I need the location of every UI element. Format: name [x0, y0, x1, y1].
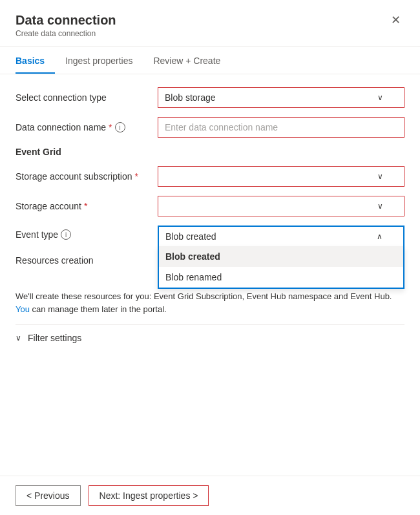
event-type-label: Event type i: [16, 226, 158, 240]
tab-bar: Basics Ingest properties Review + Create: [0, 49, 420, 74]
connection-type-control: Blob storage ∨: [158, 87, 404, 108]
info-text-part2: can manage them later in the portal.: [32, 304, 167, 314]
filter-settings-row[interactable]: ∨ Filter settings: [16, 324, 404, 351]
storage-account-row: Storage account * ∨: [16, 196, 404, 216]
storage-account-select[interactable]: ∨: [158, 196, 404, 216]
event-type-dropdown-list: Blob created Blob renamed: [158, 246, 404, 289]
connection-type-select[interactable]: Blob storage ∨: [158, 87, 404, 108]
required-indicator: *: [109, 122, 112, 132]
connection-type-value: Blob storage: [165, 92, 216, 103]
info-text-part1: We'll create these resources for you: Ev…: [16, 291, 392, 301]
storage-sub-required: *: [135, 171, 138, 182]
storage-account-label: Storage account *: [16, 201, 158, 211]
storage-subscription-row: Storage account subscription * ∨: [16, 166, 404, 187]
filter-chevron-icon: ∨: [16, 333, 21, 342]
tab-ingest-properties[interactable]: Ingest properties: [65, 49, 143, 74]
info-text-link[interactable]: You: [16, 304, 30, 314]
connection-name-info-icon[interactable]: i: [115, 122, 125, 132]
dialog-footer: < Previous Next: Ingest properties >: [0, 476, 420, 515]
connection-name-control: [158, 117, 404, 138]
next-button[interactable]: Next: Ingest properties >: [89, 485, 209, 506]
event-type-control: Blob created ∧ Blob created Blob renamed: [158, 226, 404, 246]
event-grid-title: Event Grid: [16, 147, 404, 157]
storage-subscription-chevron-icon: ∨: [377, 172, 383, 181]
data-connection-dialog: Data connection Create data connection ✕…: [0, 0, 420, 515]
event-type-chevron-up-icon: ∧: [377, 232, 383, 241]
connection-name-input[interactable]: [158, 117, 404, 138]
tab-review-create[interactable]: Review + Create: [153, 49, 231, 74]
connection-type-chevron-icon: ∨: [377, 93, 383, 102]
close-button[interactable]: ✕: [387, 13, 404, 27]
dialog-title: Data connection: [16, 13, 116, 28]
storage-subscription-control: ∨: [158, 166, 404, 187]
previous-button[interactable]: < Previous: [16, 485, 81, 506]
resources-creation-label: Resources creation: [16, 255, 158, 266]
event-type-dropdown-wrapper: Blob created ∧ Blob created Blob renamed: [158, 226, 404, 246]
storage-subscription-label: Storage account subscription *: [16, 171, 158, 182]
info-text: We'll create these resources for you: Ev…: [16, 290, 404, 315]
filter-settings-label: Filter settings: [28, 333, 81, 343]
event-type-selected-value: Blob created: [165, 231, 216, 242]
form-content: Select connection type Blob storage ∨ Da…: [0, 74, 420, 476]
dialog-header: Data connection Create data connection ✕: [0, 0, 420, 47]
event-type-option-blob-created[interactable]: Blob created: [159, 246, 403, 267]
event-type-info-icon[interactable]: i: [61, 229, 71, 240]
dialog-title-area: Data connection Create data connection: [16, 13, 116, 38]
dialog-subtitle: Create data connection: [16, 29, 116, 38]
connection-type-row: Select connection type Blob storage ∨: [16, 87, 404, 108]
storage-account-required: *: [84, 201, 87, 211]
storage-account-control: ∨: [158, 196, 404, 216]
event-type-option-blob-renamed[interactable]: Blob renamed: [159, 267, 403, 288]
storage-account-chevron-icon: ∨: [377, 202, 383, 211]
event-type-row: Event type i Blob created ∧ Blob created…: [16, 226, 404, 246]
tab-basics[interactable]: Basics: [16, 49, 55, 74]
connection-name-row: Data connection name * i: [16, 117, 404, 138]
connection-name-label: Data connection name * i: [16, 122, 158, 132]
connection-type-label: Select connection type: [16, 92, 158, 103]
storage-subscription-select[interactable]: ∨: [158, 166, 404, 187]
event-type-select-open[interactable]: Blob created ∧: [158, 226, 404, 246]
